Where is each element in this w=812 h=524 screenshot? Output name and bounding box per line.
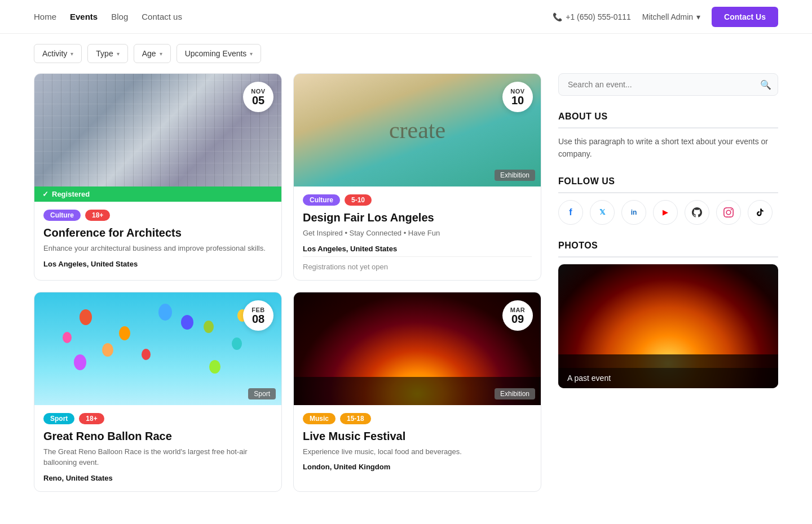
search-input[interactable] [558,73,778,96]
date-badge: NOV 10 [502,82,533,112]
facebook-icon[interactable]: f [558,200,583,225]
photo-block: A past event [558,264,778,388]
chevron-down-icon: ▾ [696,12,700,21]
event-card-music-festival[interactable]: MAR 09 Exhibition Music 15-18 Live Music… [293,292,541,492]
tag-music: Music [303,413,336,424]
filter-activity[interactable]: Activity ▾ [34,44,82,63]
nav-right: 📞 +1 (650) 555-0111 Mitchell Admin ▾ Con… [553,7,778,27]
card-image-wrap: NOV 05 [34,74,281,186]
photo-caption: A past event [558,368,778,388]
card-tags: Culture 5-10 [303,194,532,206]
events-grid: NOV 05 ✓ Registered Culture 18+ Conferen… [34,73,541,492]
card-body: Music 15-18 Live Music Festival Experien… [294,405,541,481]
about-title: ABOUT US [558,112,778,128]
chevron-down-icon: ▾ [117,51,120,57]
chevron-down-icon: ▾ [70,51,73,57]
phone-number: 📞 +1 (650) 555-0111 [553,12,631,21]
date-badge: MAR 09 [502,300,533,331]
date-badge: NOV 05 [243,82,273,112]
tag-age-range: 5-10 [345,194,372,206]
contact-us-button[interactable]: Contact Us [712,7,778,27]
tag-age-range: 15-18 [340,413,371,424]
filter-upcoming-events[interactable]: Upcoming Events ▾ [176,44,262,63]
twitter-icon[interactable]: 𝕏 [590,200,615,225]
navbar: Home Events Blog Contact us 📞 +1 (650) 5… [0,0,812,34]
date-month: FEB [251,307,265,313]
category-badge: Sport [248,388,276,399]
instagram-icon[interactable] [716,200,741,225]
date-day: 08 [252,313,264,325]
nav-events[interactable]: Events [70,12,98,21]
github-icon[interactable] [685,200,709,225]
card-image-wrap: MAR 09 Exhibition [294,292,541,405]
card-desc: Enhance your architectural business and … [43,243,272,254]
card-title: Great Reno Ballon Race [43,430,272,443]
filter-bar: Activity ▾ Type ▾ Age ▾ Upcoming Events … [0,34,812,73]
card-desc: The Great Reno Balloon Race is the world… [43,446,272,468]
tag-culture: Culture [303,194,340,206]
chevron-down-icon: ▾ [160,51,162,57]
event-card-design-fair[interactable]: create NOV 10 Exhibition Culture 5-10 De… [293,73,541,281]
tag-culture: Culture [43,210,81,221]
filter-type[interactable]: Type ▾ [87,44,127,63]
linkedin-icon[interactable]: in [621,200,646,225]
card-body: Sport 18+ Great Reno Ballon Race The Gre… [34,405,281,491]
registered-bar: ✓ Registered [34,186,281,202]
user-menu[interactable]: Mitchell Admin ▾ [642,12,700,21]
event-card-balloon-race[interactable]: FEB 08 Sport Sport 18+ Great Reno Ballon… [34,292,282,492]
sidebar: 🔍 ABOUT US Use this paragraph to write a… [558,73,778,492]
card-tags: Sport 18+ [43,413,272,424]
category-badge: Exhibition [495,388,535,399]
nav-home[interactable]: Home [34,12,56,21]
card-reg-status: Registrations not yet open [303,256,532,271]
about-text: Use this paragraph to write a short text… [558,135,778,161]
photos-title: PHOTOS [558,241,778,257]
photos-section: PHOTOS A past event [558,241,778,388]
card-body: Culture 5-10 Design Fair Los Angeles Get… [294,186,541,280]
chevron-down-icon: ▾ [250,51,253,57]
search-icon: 🔍 [760,79,771,90]
nav-contact[interactable]: Contact us [142,12,182,21]
filter-age[interactable]: Age ▾ [134,44,171,63]
tag-18plus: 18+ [85,210,110,221]
card-location: Los Angeles, United States [303,245,532,253]
about-section: ABOUT US Use this paragraph to write a s… [558,112,778,161]
check-icon: ✓ [42,190,48,198]
search-box: 🔍 [558,73,778,96]
card-tags: Music 15-18 [303,413,532,424]
date-badge: FEB 08 [243,300,273,331]
event-card-conference-architects[interactable]: NOV 05 ✓ Registered Culture 18+ Conferen… [34,73,282,281]
card-image-wrap: FEB 08 Sport [34,292,281,405]
date-day: 05 [252,95,264,106]
card-title: Live Music Festival [303,430,532,443]
nav-blog[interactable]: Blog [111,12,128,21]
card-desc: Experience live music, local food and be… [303,446,532,458]
card-title: Conference for Architects [43,227,272,239]
tag-sport: Sport [43,413,74,424]
card-location: London, United Kingdom [303,463,532,471]
tiktok-icon[interactable] [748,200,773,225]
social-icons: f 𝕏 in ▶ [558,200,778,225]
card-image-wrap: create NOV 10 Exhibition [294,74,541,186]
youtube-icon[interactable]: ▶ [653,200,678,225]
follow-title: FOLLOW US [558,176,778,193]
card-location: Reno, United States [43,474,272,482]
category-badge: Exhibition [495,170,535,181]
card-tags: Culture 18+ [43,210,272,221]
card-desc: Get Inspired • Stay Connected • Have Fun [303,228,532,239]
date-month: MAR [510,307,526,313]
nav-links: Home Events Blog Contact us [34,12,182,21]
date-day: 09 [511,313,524,325]
phone-icon: 📞 [553,12,562,21]
tag-18plus: 18+ [79,413,104,424]
card-body: Culture 18+ Conference for Architects En… [34,202,281,277]
card-title: Design Fair Los Angeles [303,211,532,224]
main-content: NOV 05 ✓ Registered Culture 18+ Conferen… [0,73,812,514]
date-day: 10 [511,95,524,106]
follow-section: FOLLOW US f 𝕏 in ▶ [558,176,778,225]
card-location: Los Angeles, United States [43,260,272,268]
